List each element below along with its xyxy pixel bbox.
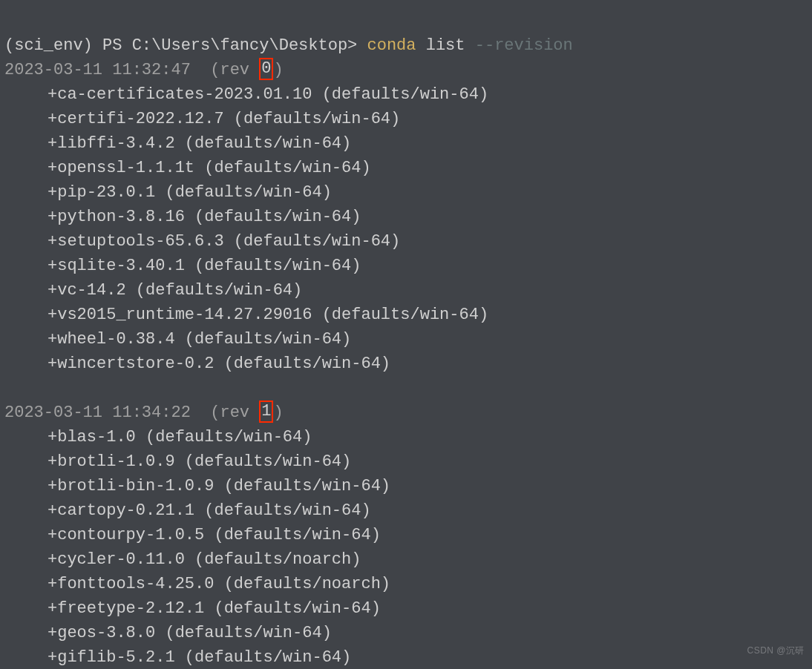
prompt-shell: PS (102, 36, 122, 55)
rev1-pkg: +cartopy-0.21.1 (defaults/win-64) (48, 501, 371, 520)
revision-header-1: 2023-03-11 11:34:22 (rev 1) (4, 403, 284, 422)
rev0-pkg: +libffi-3.4.2 (defaults/win-64) (48, 134, 351, 153)
rev1-pkg: +fonttools-4.25.0 (defaults/noarch) (48, 575, 390, 593)
cmd-list: list (426, 36, 465, 55)
terminal-output[interactable]: (sci_env) PS C:\Users\fancy\Desktop> con… (0, 0, 812, 669)
rev0-pkg: +vs2015_runtime-14.27.29016 (defaults/wi… (48, 306, 488, 324)
rev0-pkg: +pip-23.0.1 (defaults/win-64) (48, 183, 332, 202)
rev1-pkg: +contourpy-1.0.5 (defaults/win-64) (48, 526, 381, 544)
rev0-number-highlight: 0 (259, 58, 273, 80)
rev0-pkg: +sqlite-3.40.1 (defaults/win-64) (48, 257, 361, 275)
rev0-pkg: +wheel-0.38.4 (defaults/win-64) (48, 330, 351, 349)
revision-header-0: 2023-03-11 11:32:47 (rev 0) (4, 61, 284, 79)
cmd-conda: conda (367, 36, 416, 55)
rev1-pkg: +blas-1.0 (defaults/win-64) (48, 428, 312, 446)
rev0-label-post: ) (273, 61, 283, 79)
prompt-line: (sci_env) PS C:\Users\fancy\Desktop> con… (4, 36, 573, 55)
rev0-pkg: +wincertstore-0.2 (defaults/win-64) (48, 355, 390, 373)
rev1-pkg: +brotli-1.0.9 (defaults/win-64) (48, 452, 351, 471)
rev1-label-pre: (rev (191, 403, 259, 422)
rev0-timestamp: 2023-03-11 11:32:47 (4, 61, 191, 79)
rev1-timestamp: 2023-03-11 11:34:22 (4, 403, 191, 422)
rev1-label-post: ) (273, 403, 283, 422)
rev1-pkg: +brotli-bin-1.0.9 (defaults/win-64) (48, 477, 390, 495)
rev0-pkg: +vc-14.2 (defaults/win-64) (48, 281, 302, 300)
cmd-flag: --revision (475, 36, 573, 55)
rev1-number-highlight: 1 (259, 401, 273, 423)
rev0-pkg: +setuptools-65.6.3 (defaults/win-64) (48, 232, 400, 251)
prompt-env: (sci_env) (4, 36, 93, 55)
rev1-pkg: +freetype-2.12.1 (defaults/win-64) (48, 599, 381, 618)
prompt-path: C:\Users\fancy\Desktop> (132, 36, 358, 55)
rev1-pkg: +giflib-5.2.1 (defaults/win-64) (48, 648, 351, 667)
rev0-pkg: +openssl-1.1.1t (defaults/win-64) (48, 159, 371, 177)
rev0-label-pre: (rev (191, 61, 259, 79)
rev0-pkg: +ca-certificates-2023.01.10 (defaults/wi… (48, 85, 488, 104)
rev0-pkg: +python-3.8.16 (defaults/win-64) (48, 208, 361, 226)
rev1-pkg: +cycler-0.11.0 (defaults/noarch) (48, 550, 361, 569)
watermark-text: CSDN @沉研 (747, 639, 805, 663)
rev0-pkg: +certifi-2022.12.7 (defaults/win-64) (48, 110, 400, 128)
rev1-pkg: +geos-3.8.0 (defaults/win-64) (48, 624, 332, 642)
